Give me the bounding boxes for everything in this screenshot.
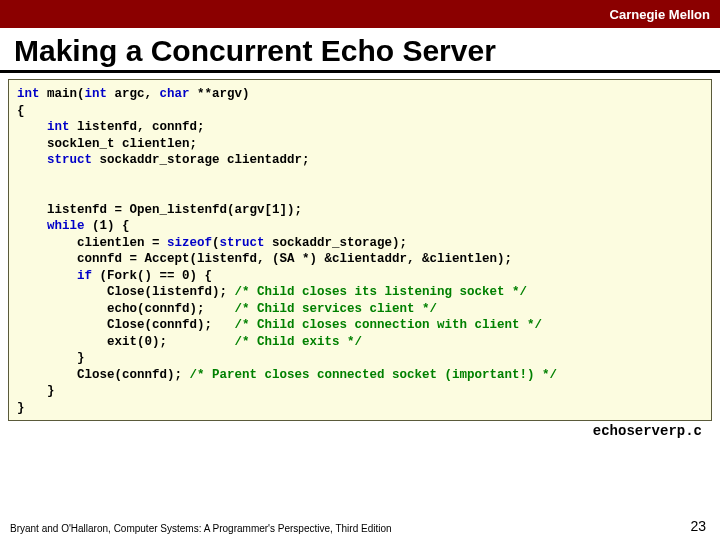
- header-bar: Carnegie Mellon: [0, 0, 720, 28]
- code-kw: sizeof: [167, 236, 212, 250]
- code-comment: /* Child closes connection with client *…: [235, 318, 543, 332]
- code-text: Close(connfd);: [17, 318, 235, 332]
- code-text: Close(listenfd);: [17, 285, 235, 299]
- code-text: sockaddr_storage clientaddr;: [92, 153, 310, 167]
- slide: Carnegie Mellon Making a Concurrent Echo…: [0, 0, 720, 540]
- code-text: [17, 269, 77, 283]
- footer: Bryant and O'Hallaron, Computer Systems:…: [0, 518, 720, 534]
- code-text: }: [17, 384, 55, 398]
- title-bar: Making a Concurrent Echo Server: [0, 28, 720, 73]
- source-filename: echoserverp.c: [8, 421, 712, 439]
- code-text: argc,: [107, 87, 160, 101]
- code-comment: /* Child exits */: [235, 335, 363, 349]
- code-text: sockaddr_storage);: [265, 236, 408, 250]
- code-kw: int: [85, 87, 108, 101]
- code-text: [17, 153, 47, 167]
- code-listing: int main(int argc, char **argv) { int li…: [8, 79, 712, 421]
- code-text: }: [17, 351, 85, 365]
- code-text: [17, 219, 47, 233]
- code-kw: while: [47, 219, 85, 233]
- code-comment: /* Child services client */: [235, 302, 438, 316]
- code-text: listenfd, connfd;: [70, 120, 205, 134]
- page-number: 23: [690, 518, 706, 534]
- code-text: }: [17, 401, 25, 415]
- code-text: exit(0);: [17, 335, 235, 349]
- code-comment: /* Parent closes connected socket (impor…: [190, 368, 558, 382]
- code-text: {: [17, 104, 25, 118]
- code-text: connfd = Accept(listenfd, (SA *) &client…: [17, 252, 512, 266]
- code-text: (Fork() == 0) {: [92, 269, 212, 283]
- code-text: **argv): [190, 87, 250, 101]
- code-blank: [17, 186, 25, 200]
- code-text: [17, 120, 47, 134]
- code-text: (1) {: [85, 219, 130, 233]
- code-kw: if: [77, 269, 92, 283]
- code-kw: struct: [47, 153, 92, 167]
- code-text: socklen_t clientlen;: [17, 137, 197, 151]
- code-kw: struct: [220, 236, 265, 250]
- slide-title: Making a Concurrent Echo Server: [14, 34, 706, 68]
- code-kw: int: [47, 120, 70, 134]
- content-area: int main(int argc, char **argv) { int li…: [0, 73, 720, 540]
- brand-label: Carnegie Mellon: [610, 7, 710, 22]
- code-kw: char: [160, 87, 190, 101]
- code-text: listenfd = Open_listenfd(argv[1]);: [17, 203, 302, 217]
- code-text: clientlen =: [17, 236, 167, 250]
- footer-attribution: Bryant and O'Hallaron, Computer Systems:…: [10, 523, 392, 534]
- code-text: Close(connfd);: [17, 368, 190, 382]
- code-text: echo(connfd);: [17, 302, 235, 316]
- code-kw: int: [17, 87, 40, 101]
- code-text: main(: [40, 87, 85, 101]
- code-blank: [17, 170, 25, 184]
- code-text: (: [212, 236, 220, 250]
- code-comment: /* Child closes its listening socket */: [235, 285, 528, 299]
